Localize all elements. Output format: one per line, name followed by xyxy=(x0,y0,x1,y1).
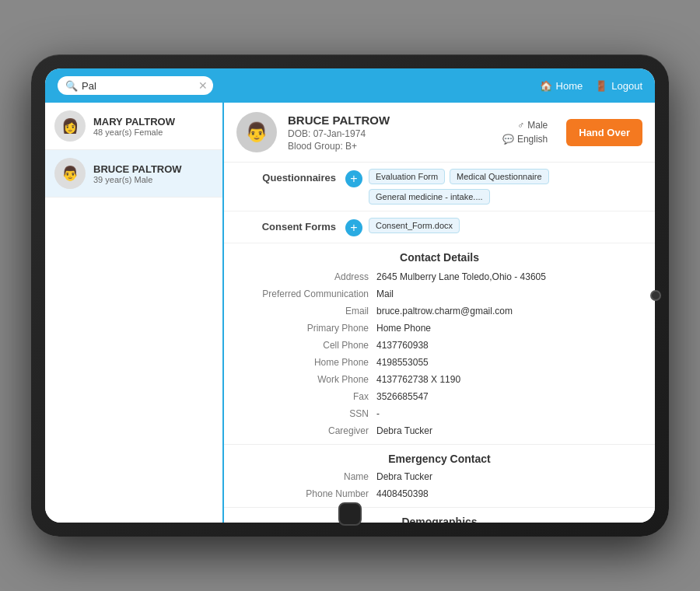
detail-value: 4137762738 X 1190 xyxy=(376,374,642,385)
home-button[interactable]: 🏠 Home xyxy=(540,80,583,92)
emergency-contact-rows: Name Debra Tucker Phone Number 440845039… xyxy=(224,468,655,502)
consent-forms-row: Consent Forms + Consent_Form.docx xyxy=(224,212,655,243)
emergency-contact-header: Emergency Contact xyxy=(224,444,655,468)
detail-value: Home Phone xyxy=(376,323,642,334)
contact-detail-row: Preferred Communication Mail xyxy=(224,285,655,302)
contact-detail-row: Address 2645 Mulberry Lane Toledo,Ohio -… xyxy=(224,268,655,285)
consent-form-tag[interactable]: Consent_Form.docx xyxy=(369,218,460,233)
questionnaires-row: Questionnaires + Evaluation Form Medical… xyxy=(224,163,655,212)
patient-info: BRUCE PALTROW 39 year(s) Male xyxy=(93,163,182,184)
home-icon: 🏠 xyxy=(540,80,552,92)
search-input[interactable] xyxy=(82,80,198,92)
detail-label: Work Phone xyxy=(236,374,376,385)
detail-label: SSN xyxy=(236,408,376,419)
contact-detail-row: Work Phone 4137762738 X 1190 xyxy=(224,371,655,388)
questionnaire-tag[interactable]: General medicine - intake.... xyxy=(369,189,490,205)
patient-details: 48 year(s) Female xyxy=(93,128,175,137)
patient-details: 39 year(s) Male xyxy=(93,175,182,184)
detail-label: Address xyxy=(236,271,376,282)
questionnaire-tag[interactable]: Evaluation Form xyxy=(369,169,445,184)
detail-label: Primary Phone xyxy=(236,323,376,334)
patient-name: MARY PALTROW xyxy=(93,116,175,128)
contact-detail-row: Cell Phone 4137760938 xyxy=(224,337,655,354)
detail-label: Caregiver xyxy=(236,425,376,436)
main-content: 👨 BRUCE PALTROW DOB: 07-Jan-1974 Blood G… xyxy=(224,103,655,523)
emergency-contact-row: Name Debra Tucker xyxy=(224,468,655,485)
detail-value: Debra Tucker xyxy=(376,471,642,482)
patient-name: BRUCE PALTROW xyxy=(93,163,182,175)
detail-value: 4408450398 xyxy=(376,488,642,499)
questionnaires-label: Questionnaires xyxy=(236,169,345,184)
questionnaire-tags: Evaluation Form Medical Questionnaire Ge… xyxy=(369,169,642,205)
search-icon: 🔍 xyxy=(65,80,78,92)
demographics-header: Demographics xyxy=(224,507,655,523)
detail-value: - xyxy=(376,408,642,419)
patient-sidebar: 👩 MARY PALTROW 48 year(s) Female 👨 BRUCE… xyxy=(45,103,224,523)
home-label: Home xyxy=(556,80,583,92)
logout-icon: 🚪 xyxy=(595,80,607,92)
emergency-contact-row: Phone Number 4408450398 xyxy=(224,485,655,502)
detail-label: Home Phone xyxy=(236,357,376,368)
detail-label: Fax xyxy=(236,391,376,402)
patient-info: MARY PALTROW 48 year(s) Female xyxy=(93,116,175,137)
search-clear-icon[interactable]: ✕ xyxy=(198,79,208,92)
logout-button[interactable]: 🚪 Logout xyxy=(595,80,642,92)
contact-detail-row: Email bruce.paltrow.charm@gmail.com xyxy=(224,302,655,320)
logout-label: Logout xyxy=(611,80,642,92)
detail-value: bruce.paltrow.charm@gmail.com xyxy=(376,306,642,316)
tablet-home-button[interactable] xyxy=(338,502,362,526)
detail-label: Cell Phone xyxy=(236,340,376,351)
detail-value: 4198553055 xyxy=(376,357,642,368)
detail-label: Name xyxy=(236,471,376,482)
contact-detail-row: SSN - xyxy=(224,405,655,422)
detail-value: 3526685547 xyxy=(376,391,642,402)
tablet-device: 🔍 ✕ 🏠 Home 🚪 Logout 👩 xyxy=(31,54,669,537)
contact-detail-row: Home Phone 4198553055 xyxy=(224,354,655,371)
patient-dob: DOB: 07-Jan-1974 xyxy=(288,128,492,139)
search-box[interactable]: 🔍 ✕ xyxy=(58,76,213,95)
tablet-screen: 🔍 ✕ 🏠 Home 🚪 Logout 👩 xyxy=(45,68,655,523)
detail-value: Debra Tucker xyxy=(376,425,642,436)
patient-list-item[interactable]: 👨 BRUCE PALTROW 39 year(s) Male xyxy=(45,150,222,198)
contact-detail-row: Fax 3526685547 xyxy=(224,388,655,405)
contact-details-rows: Address 2645 Mulberry Lane Toledo,Ohio -… xyxy=(224,268,655,439)
app-header: 🔍 ✕ 🏠 Home 🚪 Logout xyxy=(45,68,655,103)
patient-header-info: BRUCE PALTROW DOB: 07-Jan-1974 Blood Gro… xyxy=(288,114,492,152)
hand-over-button[interactable]: Hand Over xyxy=(566,119,642,146)
detail-value: Mail xyxy=(376,289,642,299)
tablet-camera xyxy=(650,290,661,301)
language-icon: 💬 xyxy=(502,134,514,145)
add-consent-form-button[interactable]: + xyxy=(345,219,362,236)
contact-detail-row: Caregiver Debra Tucker xyxy=(224,422,655,439)
app-body: 👩 MARY PALTROW 48 year(s) Female 👨 BRUCE… xyxy=(45,103,655,523)
detail-label: Preferred Communication xyxy=(236,289,376,299)
language-label: English xyxy=(517,134,548,145)
consent-form-tags: Consent_Form.docx xyxy=(369,218,460,233)
gender-label: Male xyxy=(527,120,548,131)
detail-label: Phone Number xyxy=(236,488,376,499)
patient-list-item[interactable]: 👩 MARY PALTROW 48 year(s) Female xyxy=(45,103,222,150)
gender-icon: ♂ xyxy=(517,120,524,131)
patient-header: 👨 BRUCE PALTROW DOB: 07-Jan-1974 Blood G… xyxy=(224,103,655,163)
patient-language: 💬 English xyxy=(502,134,548,145)
contact-details-header: Contact Details xyxy=(224,243,655,268)
patient-avatar: 👨 xyxy=(236,112,277,152)
detail-value: 2645 Mulberry Lane Toledo,Ohio - 43605 xyxy=(376,271,642,282)
consent-forms-label: Consent Forms xyxy=(236,218,345,233)
detail-value: 4137760938 xyxy=(376,340,642,351)
add-questionnaire-button[interactable]: + xyxy=(345,170,362,187)
avatar: 👩 xyxy=(54,110,86,142)
avatar: 👨 xyxy=(54,158,86,189)
patient-blood-group: Blood Group: B+ xyxy=(288,141,492,152)
detail-label: Email xyxy=(236,306,376,316)
patient-meta: ♂ Male 💬 English xyxy=(502,120,548,145)
patient-full-name: BRUCE PALTROW xyxy=(288,114,492,127)
contact-detail-row: Primary Phone Home Phone xyxy=(224,320,655,337)
header-right: 🏠 Home 🚪 Logout xyxy=(540,80,642,92)
patient-gender: ♂ Male xyxy=(517,120,548,131)
questionnaire-tag[interactable]: Medical Questionnaire xyxy=(450,169,548,184)
